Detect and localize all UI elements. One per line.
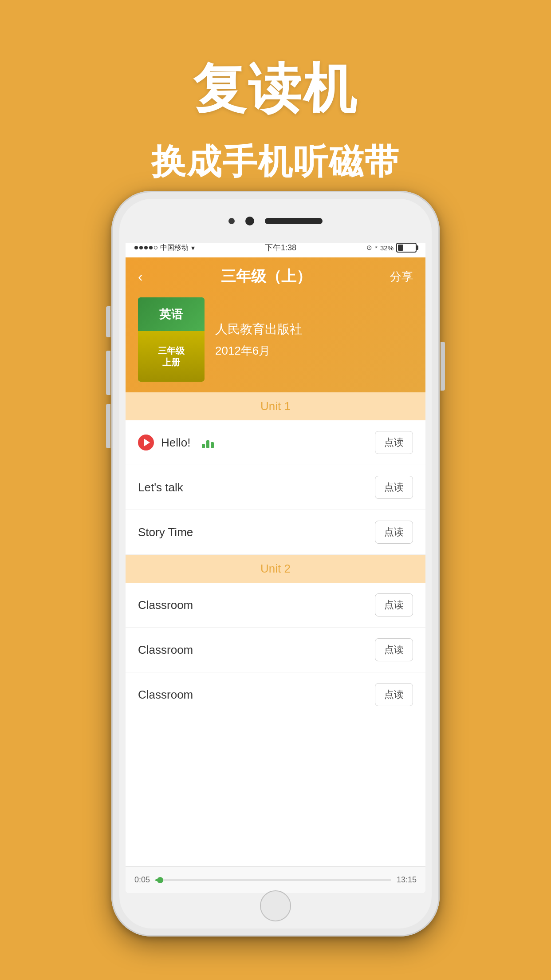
signal-bars: [134, 246, 157, 249]
book-grade-label: 三年级上册: [158, 345, 185, 368]
list-item: Classroom 点读: [126, 583, 425, 628]
track-name: Classroom: [138, 688, 193, 702]
list-item-left: Classroom: [138, 598, 375, 612]
player-time-left: 0:05: [134, 875, 150, 885]
signal-dot-5: [154, 246, 157, 249]
list-item: Story Time 点读: [126, 510, 425, 555]
wifi-icon: ▾: [191, 244, 195, 252]
list-item: Classroom 点读: [126, 672, 425, 717]
carrier-name: 中国移动: [160, 243, 189, 253]
app-content: ‹ 三年级（上） 分享 英语 三年级上册: [126, 257, 425, 893]
player-progress-bar[interactable]: [155, 879, 391, 881]
list-item: Hello! 点读: [126, 420, 425, 465]
list-item-left: Hello!: [138, 435, 375, 450]
list-item-left: Let's talk: [138, 481, 375, 494]
back-button[interactable]: ‹: [138, 269, 143, 285]
camera-lens: [245, 217, 254, 225]
page-title: 三年级（上）: [221, 266, 311, 287]
track-name: Classroom: [138, 598, 193, 612]
phone-shell: 中国移动 ▾ 下午1:38 ⊙ * 32% ‹: [111, 191, 440, 937]
track-name: Story Time: [138, 526, 193, 539]
dian-read-button-6[interactable]: 点读: [375, 683, 413, 706]
app-subtitle: 换成手机听磁带: [0, 139, 551, 186]
player-time-right: 13:15: [397, 875, 417, 885]
bar-2: [206, 440, 209, 448]
book-info: 英语 三年级上册 人民教育出版社 2012年6月: [138, 297, 413, 382]
app-title: 复读机: [0, 53, 551, 126]
mute-button[interactable]: [106, 306, 110, 337]
book-cover-art: 英语 三年级上册: [138, 297, 205, 382]
book-meta: 人民教育出版社 2012年6月: [215, 321, 302, 359]
lock-icon: ⊙: [366, 244, 372, 252]
signal-dot-1: [134, 246, 138, 249]
phone-screen: 中国移动 ▾ 下午1:38 ⊙ * 32% ‹: [126, 238, 425, 893]
list-item-left: Classroom: [138, 688, 375, 702]
battery-fill: [398, 245, 403, 251]
signal-dot-3: [144, 246, 148, 249]
list-item: Classroom 点读: [126, 628, 425, 672]
player-bar: 0:05 13:15: [126, 866, 425, 893]
share-button[interactable]: 分享: [390, 269, 413, 285]
book-date: 2012年6月: [215, 343, 302, 359]
dian-read-button-3[interactable]: 点读: [375, 521, 413, 544]
phone-top-bar: [119, 199, 432, 243]
book-english-label: 英语: [159, 307, 183, 322]
track-name: Hello!: [161, 436, 190, 450]
volume-down-button[interactable]: [106, 404, 110, 448]
battery-icon: [396, 243, 417, 253]
list-item-left: Classroom: [138, 643, 375, 657]
play-button[interactable]: [138, 435, 154, 450]
status-left: 中国移动 ▾: [134, 243, 195, 253]
battery-percent: 32%: [380, 244, 394, 252]
audio-bars-icon: [202, 437, 214, 448]
front-camera: [228, 218, 235, 224]
status-time: 下午1:38: [265, 242, 296, 253]
dian-read-button-5[interactable]: 点读: [375, 638, 413, 661]
track-name: Let's talk: [138, 481, 183, 494]
book-cover[interactable]: 英语 三年级上册: [138, 297, 205, 382]
book-publisher: 人民教育出版社: [215, 321, 302, 338]
bluetooth-icon: *: [375, 244, 378, 252]
content-list: Unit 1 Hello!: [126, 392, 425, 893]
dian-read-button-2[interactable]: 点读: [375, 476, 413, 499]
play-triangle-icon: [144, 439, 150, 447]
background: 复读机 换成手机听磁带: [0, 53, 551, 186]
signal-dot-2: [139, 246, 143, 249]
list-item: Let's talk 点读: [126, 465, 425, 510]
book-cover-top: 英语: [138, 297, 205, 331]
header-nav: ‹ 三年级（上） 分享: [138, 266, 413, 287]
volume-up-button[interactable]: [106, 351, 110, 395]
unit-2-header: Unit 2: [126, 555, 425, 583]
dian-read-button-1[interactable]: 点读: [375, 431, 413, 454]
bar-1: [202, 444, 205, 448]
book-cover-bottom: 三年级上册: [138, 331, 205, 382]
app-header: ‹ 三年级（上） 分享 英语 三年级上册: [126, 257, 425, 392]
home-button[interactable]: [260, 890, 291, 921]
unit-1-header: Unit 1: [126, 392, 425, 420]
list-item-left: Story Time: [138, 526, 375, 539]
phone-inner: 中国移动 ▾ 下午1:38 ⊙ * 32% ‹: [119, 199, 432, 929]
track-name: Classroom: [138, 643, 193, 657]
earpiece-speaker: [265, 218, 323, 224]
bar-3: [211, 442, 214, 448]
power-button[interactable]: [441, 342, 445, 391]
player-progress-dot: [157, 877, 163, 883]
status-right: ⊙ * 32%: [366, 243, 417, 253]
dian-read-button-4[interactable]: 点读: [375, 593, 413, 616]
signal-dot-4: [149, 246, 153, 249]
